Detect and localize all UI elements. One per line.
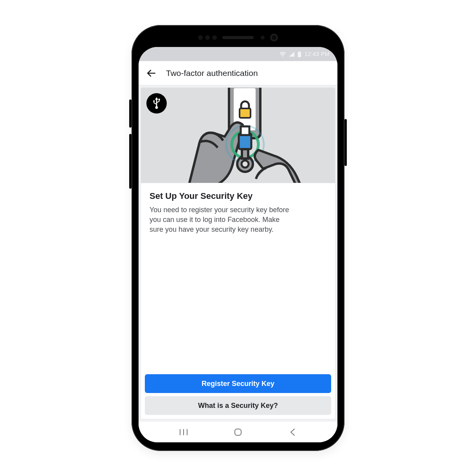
signal-icon (289, 52, 294, 57)
svg-point-6 (153, 100, 155, 102)
svg-rect-4 (156, 99, 157, 107)
svg-marker-5 (155, 97, 158, 100)
nav-home-button[interactable] (230, 424, 246, 440)
nav-recents-button[interactable] (176, 424, 191, 440)
svg-rect-7 (159, 99, 160, 100)
card-actions: Register Security Key What is a Security… (141, 370, 335, 419)
card-body: Set Up Your Security Key You need to reg… (141, 183, 335, 234)
svg-rect-0 (298, 52, 301, 57)
phone-screen: 12:43 PM Two-factor authentication (139, 47, 337, 442)
phone-side-button (344, 119, 347, 166)
app-bar: Two-factor authentication (139, 61, 337, 85)
register-security-key-button[interactable]: Register Security Key (145, 374, 331, 393)
phone-sensor (205, 35, 210, 40)
illustration (141, 88, 335, 183)
phone-mockup: 12:43 PM Two-factor authentication (132, 25, 344, 451)
phone-sensor (261, 36, 265, 40)
phone-sensor (212, 35, 217, 40)
svg-point-17 (242, 160, 249, 168)
nav-back-button[interactable] (285, 424, 300, 440)
card-description: You need to register your security key b… (150, 205, 290, 234)
wifi-icon (279, 52, 286, 57)
setup-card: Set Up Your Security Key You need to reg… (141, 88, 335, 419)
status-bar: 12:43 PM (139, 47, 337, 61)
battery-icon (298, 51, 301, 57)
phone-side-button (129, 99, 132, 128)
phone-camera (270, 34, 278, 41)
phone-speaker (222, 36, 254, 39)
svg-rect-15 (241, 126, 249, 135)
android-nav-bar (139, 421, 337, 442)
usb-icon (146, 93, 167, 114)
back-button[interactable] (145, 67, 157, 79)
phone-sensor (198, 35, 203, 40)
what-is-security-key-button[interactable]: What is a Security Key? (145, 396, 331, 415)
page-content: Set Up Your Security Key You need to reg… (139, 85, 337, 421)
phone-side-button (129, 134, 132, 189)
page-title: Two-factor authentication (166, 69, 258, 78)
status-clock: 12:43 PM (305, 51, 330, 57)
card-title: Set Up Your Security Key (150, 191, 326, 201)
svg-rect-18 (242, 149, 248, 159)
svg-rect-10 (240, 108, 251, 118)
svg-rect-22 (235, 429, 241, 435)
security-key-illustration (141, 88, 335, 183)
svg-rect-1 (299, 51, 300, 52)
